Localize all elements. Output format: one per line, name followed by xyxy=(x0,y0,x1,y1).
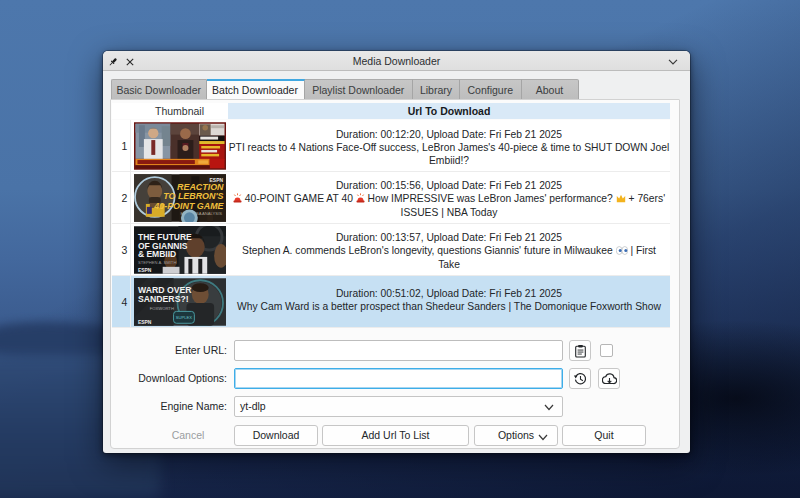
svg-text:SUPLEX: SUPLEX xyxy=(176,315,193,320)
svg-text:ESPN: ESPN xyxy=(138,319,152,324)
svg-text:& EMBIID: & EMBIID xyxy=(138,249,176,259)
svg-text:ESPN: ESPN xyxy=(138,267,152,272)
svg-text:STEPHEN A. SMITH: STEPHEN A. SMITH xyxy=(138,260,176,265)
svg-text:FOXWORTH: FOXWORTH xyxy=(150,306,174,311)
svg-text:40-POINT GAME: 40-POINT GAME xyxy=(153,200,224,210)
svg-text:SANDERS?!: SANDERS?! xyxy=(138,294,189,304)
